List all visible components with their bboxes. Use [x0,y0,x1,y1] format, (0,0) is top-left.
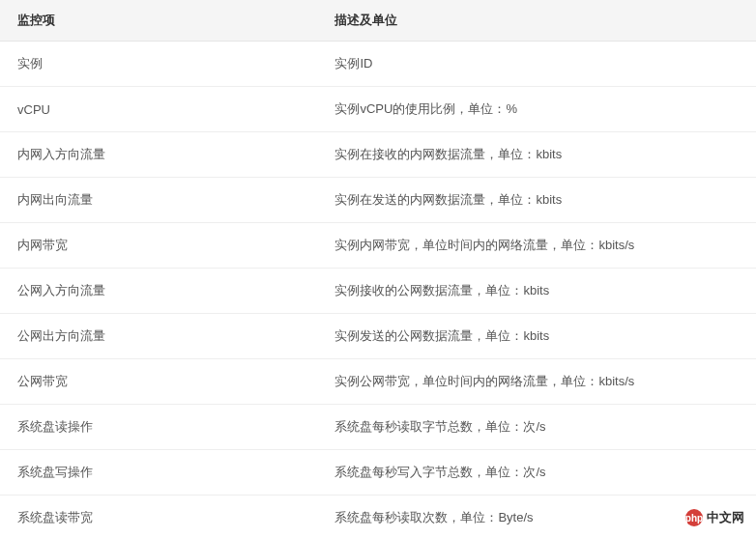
cell-item: 内网带宽 [0,223,317,269]
cell-desc: 实例ID [317,42,756,87]
cell-desc: 实例发送的公网数据流量，单位：kbits [317,314,756,359]
table-row: 系统盘读带宽 系统盘每秒读取次数，单位：Byte/s [0,496,756,539]
watermark: php 中文网 [685,509,744,526]
cell-item: vCPU [0,87,317,132]
table-header-row: 监控项 描述及单位 [0,0,756,42]
cell-desc: 实例接收的公网数据流量，单位：kbits [317,269,756,314]
table-row: 内网带宽 实例内网带宽，单位时间内的网络流量，单位：kbits/s [0,223,756,269]
header-desc: 描述及单位 [317,0,756,42]
cell-item: 内网入方向流量 [0,132,317,178]
table-row: 内网出向流量 实例在发送的内网数据流量，单位：kbits [0,178,756,223]
cell-item: 公网带宽 [0,359,317,405]
cell-desc: 实例vCPU的使用比例，单位：% [317,87,756,132]
table-row: 系统盘写操作 系统盘每秒写入字节总数，单位：次/s [0,450,756,496]
header-item: 监控项 [0,0,317,42]
watermark-text: 中文网 [707,509,744,526]
cell-desc: 系统盘每秒写入字节总数，单位：次/s [317,450,756,496]
table-row: vCPU 实例vCPU的使用比例，单位：% [0,87,756,132]
cell-desc: 实例公网带宽，单位时间内的网络流量，单位：kbits/s [317,359,756,405]
cell-desc: 实例内网带宽，单位时间内的网络流量，单位：kbits/s [317,223,756,269]
cell-desc: 实例在接收的内网数据流量，单位：kbits [317,132,756,178]
cell-item: 公网出方向流量 [0,314,317,359]
cell-item: 内网出向流量 [0,178,317,223]
cell-item: 系统盘读带宽 [0,496,317,539]
php-logo-icon: php [685,509,703,526]
table-row: 内网入方向流量 实例在接收的内网数据流量，单位：kbits [0,132,756,178]
cell-desc: 系统盘每秒读取字节总数，单位：次/s [317,405,756,450]
table-row: 公网入方向流量 实例接收的公网数据流量，单位：kbits [0,269,756,314]
monitoring-table: 监控项 描述及单位 实例 实例ID vCPU 实例vCPU的使用比例，单位：% … [0,0,756,538]
cell-item: 系统盘写操作 [0,450,317,496]
cell-item: 实例 [0,42,317,87]
cell-desc: 实例在发送的内网数据流量，单位：kbits [317,178,756,223]
cell-item: 公网入方向流量 [0,269,317,314]
table-row: 系统盘读操作 系统盘每秒读取字节总数，单位：次/s [0,405,756,450]
table-body: 实例 实例ID vCPU 实例vCPU的使用比例，单位：% 内网入方向流量 实例… [0,42,756,539]
table-row: 公网带宽 实例公网带宽，单位时间内的网络流量，单位：kbits/s [0,359,756,405]
table-row: 公网出方向流量 实例发送的公网数据流量，单位：kbits [0,314,756,359]
cell-item: 系统盘读操作 [0,405,317,450]
table-row: 实例 实例ID [0,42,756,87]
